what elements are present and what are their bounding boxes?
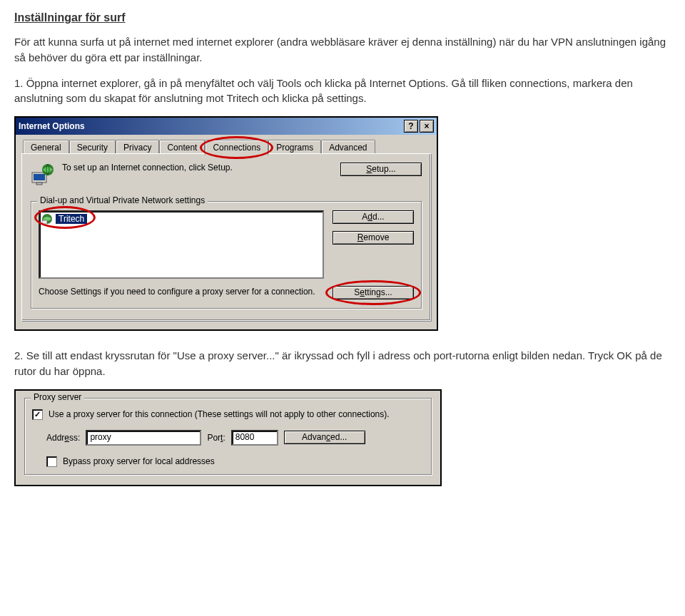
help-button[interactable]: ? xyxy=(404,120,418,133)
tab-strip: General Security Privacy Content Connect… xyxy=(21,139,431,155)
bypass-proxy-label: Bypass proxy server for local addresses xyxy=(63,456,215,466)
setup-instruction-text: To set up an Internet connection, click … xyxy=(62,163,333,174)
address-label: Address: xyxy=(46,433,80,443)
use-proxy-label: Use a proxy server for this connection (… xyxy=(49,409,390,420)
use-proxy-checkbox[interactable] xyxy=(32,409,43,420)
step-2-text: 2. Se till att endast kryssrutan för "Us… xyxy=(14,348,671,379)
titlebar-title: Internet Options xyxy=(19,121,85,131)
step-1-text: 1. Öppna internet explorer, gå in på men… xyxy=(14,76,671,107)
connection-icon xyxy=(41,213,53,225)
tab-content[interactable]: Content xyxy=(159,140,205,155)
page-title: Inställningar för surf xyxy=(14,11,671,24)
setup-button[interactable]: Setup... xyxy=(340,163,422,176)
tab-security[interactable]: Security xyxy=(69,140,116,155)
tab-advanced[interactable]: Advanced xyxy=(321,140,375,155)
internet-options-dialog: Internet Options ? × General Security Pr… xyxy=(14,116,438,331)
settings-button[interactable]: Settings... xyxy=(333,286,414,299)
list-item[interactable]: Tritech xyxy=(41,213,321,225)
dialup-vpn-group-legend: Dial-up and Virtual Private Network sett… xyxy=(37,195,208,205)
dialup-vpn-group: Dial-up and Virtual Private Network sett… xyxy=(31,201,422,309)
address-field[interactable]: proxy xyxy=(86,430,201,446)
add-button[interactable]: Add... xyxy=(333,210,414,224)
remove-button[interactable]: Remove xyxy=(333,231,414,245)
titlebar: Internet Options ? × xyxy=(16,118,437,135)
tab-privacy[interactable]: Privacy xyxy=(116,140,159,155)
connection-item-label: Tritech xyxy=(56,214,87,224)
bypass-proxy-checkbox[interactable] xyxy=(46,456,57,467)
setup-button-label: up... xyxy=(379,164,395,174)
svg-rect-1 xyxy=(34,174,45,180)
port-label: Port: xyxy=(207,433,225,443)
svg-rect-5 xyxy=(42,220,47,224)
advanced-button[interactable]: Advanced... xyxy=(284,431,365,444)
connections-listbox[interactable]: Tritech xyxy=(39,210,324,279)
port-field[interactable]: 8080 xyxy=(231,430,278,446)
tab-general[interactable]: General xyxy=(23,140,69,155)
tab-panel-connections: To set up an Internet connection, click … xyxy=(21,153,431,321)
proxy-settings-panel: Proxy server Use a proxy server for this… xyxy=(14,389,442,486)
tab-connections[interactable]: Connections xyxy=(205,140,268,155)
svg-rect-2 xyxy=(36,183,42,185)
tab-connections-label: Connections xyxy=(213,143,260,153)
intro-paragraph: För att kunna surfa ut på internet med i… xyxy=(14,34,671,66)
choose-settings-text: Choose Settings if you need to configure… xyxy=(39,286,324,297)
close-button[interactable]: × xyxy=(420,120,434,133)
proxy-server-group-legend: Proxy server xyxy=(31,392,84,402)
proxy-server-group: Proxy server Use a proxy server for this… xyxy=(24,398,432,475)
tab-programs[interactable]: Programs xyxy=(268,140,321,155)
globe-monitor-icon xyxy=(31,163,55,187)
